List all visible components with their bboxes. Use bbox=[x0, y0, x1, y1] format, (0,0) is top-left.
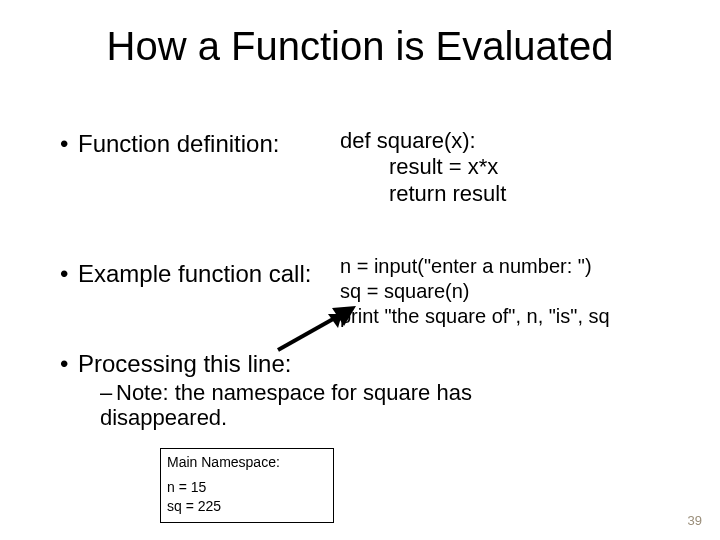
sub-note: –Note: the namespace for square has disa… bbox=[100, 380, 520, 431]
arrow-right-icon bbox=[270, 300, 365, 360]
bullet-dot-icon: • bbox=[60, 350, 78, 378]
bullet-processing-line: •Processing this line: bbox=[60, 350, 291, 378]
page-number: 39 bbox=[688, 513, 702, 528]
namespace-header: Main Namespace: bbox=[167, 453, 327, 472]
bullet-text: Processing this line: bbox=[78, 350, 291, 377]
bullet-example-call: •Example function call: bbox=[60, 260, 311, 288]
bullet-dot-icon: • bbox=[60, 260, 78, 288]
code-call: n = input("enter a number: ") sq = squar… bbox=[340, 254, 610, 329]
namespace-line: n = 15 bbox=[167, 478, 327, 497]
bullet-text: Function definition: bbox=[78, 130, 279, 157]
bullet-function-definition: •Function definition: bbox=[60, 130, 279, 158]
slide-title: How a Function is Evaluated bbox=[0, 24, 720, 69]
bullet-text: Example function call: bbox=[78, 260, 311, 287]
dash-icon: – bbox=[100, 380, 116, 405]
namespace-box: Main Namespace: n = 15 sq = 225 bbox=[160, 448, 334, 523]
sub-note-text: Note: the namespace for square has disap… bbox=[100, 380, 472, 430]
code-definition: def square(x): result = x*x return resul… bbox=[340, 128, 506, 207]
slide: How a Function is Evaluated •Function de… bbox=[0, 0, 720, 540]
bullet-dot-icon: • bbox=[60, 130, 78, 158]
namespace-line: sq = 225 bbox=[167, 497, 327, 516]
